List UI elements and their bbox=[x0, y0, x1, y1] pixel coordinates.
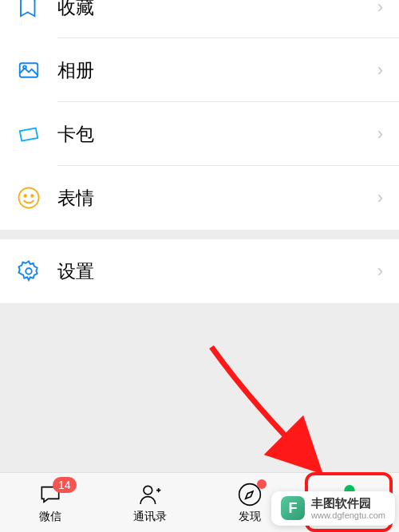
chevron-right-icon: › bbox=[377, 261, 383, 282]
watermark-url: www.dgfengtu.com bbox=[311, 510, 385, 521]
tab-label: 通讯录 bbox=[133, 510, 167, 524]
menu-label: 卡包 bbox=[57, 122, 377, 147]
menu-item-favorites[interactable]: 收藏 › bbox=[0, 0, 399, 38]
svg-point-8 bbox=[239, 484, 260, 506]
menu-item-card[interactable]: 卡包 › bbox=[0, 102, 399, 166]
menu-item-gallery[interactable]: 相册 › bbox=[0, 38, 399, 102]
svg-point-3 bbox=[24, 195, 26, 197]
badge: 14 bbox=[53, 477, 77, 493]
discover-icon bbox=[236, 481, 263, 508]
card-icon bbox=[16, 121, 41, 147]
menu-item-emoji[interactable]: 表情 › bbox=[0, 166, 399, 230]
watermark-title: 丰图软件园 bbox=[311, 496, 385, 510]
dot-badge bbox=[257, 479, 267, 489]
svg-point-5 bbox=[26, 268, 32, 274]
svg-point-2 bbox=[19, 188, 39, 208]
tab-label: 微信 bbox=[39, 510, 61, 524]
chat-icon: 14 bbox=[37, 481, 64, 508]
menu-item-settings[interactable]: 设置 › bbox=[0, 239, 399, 303]
chevron-right-icon: › bbox=[377, 124, 383, 144]
watermark: 丰图软件园 www.dgfengtu.com bbox=[271, 491, 395, 526]
watermark-logo-icon bbox=[281, 496, 305, 520]
chevron-right-icon: › bbox=[377, 187, 383, 208]
svg-point-7 bbox=[144, 486, 152, 495]
tab-wechat[interactable]: 14 微信 bbox=[0, 473, 100, 532]
gallery-icon bbox=[16, 57, 41, 83]
menu-label: 表情 bbox=[57, 186, 377, 211]
menu-label: 收藏 bbox=[57, 0, 377, 20]
tab-label: 发现 bbox=[239, 510, 261, 524]
svg-point-4 bbox=[31, 195, 34, 197]
contacts-icon bbox=[136, 481, 164, 508]
menu-label: 相册 bbox=[57, 58, 377, 83]
tab-contacts[interactable]: 通讯录 bbox=[100, 473, 200, 532]
emoji-icon bbox=[16, 185, 41, 211]
bookmark-icon bbox=[16, 0, 41, 20]
settings-icon bbox=[16, 258, 41, 284]
menu-label: 设置 bbox=[57, 259, 377, 284]
chevron-right-icon: › bbox=[377, 0, 383, 18]
chevron-right-icon: › bbox=[377, 60, 383, 81]
